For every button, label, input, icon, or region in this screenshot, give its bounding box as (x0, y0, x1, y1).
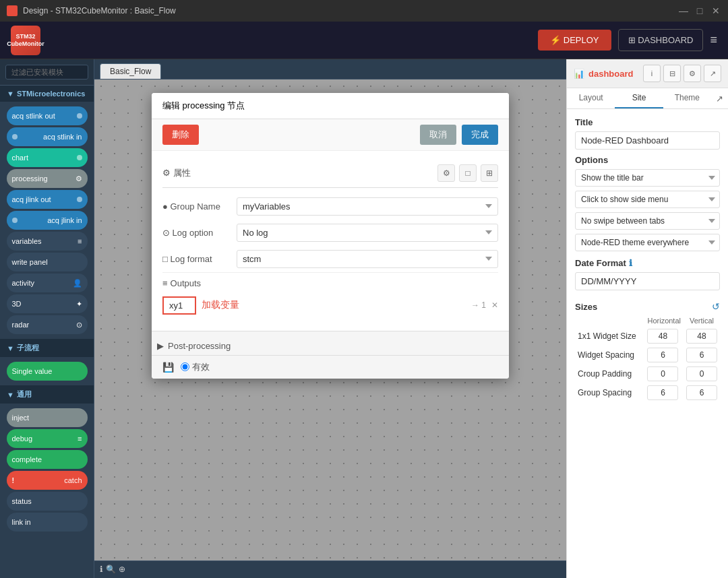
info-icon[interactable]: ℹ (100, 565, 103, 574)
output-remove-btn[interactable]: ✕ (491, 300, 498, 310)
tab-site[interactable]: Site (615, 88, 663, 108)
rp-layout-btn[interactable]: ⊟ (663, 65, 681, 82)
sidebar-section-subflow[interactable]: ▼子流程 (0, 339, 94, 357)
title-bar: Design - STM32CubeMonitor : Basic_Flow —… (0, 0, 728, 22)
search-bottom-icon[interactable]: 🔍 (106, 565, 116, 574)
node-catch[interactable]: ! catch (7, 471, 88, 490)
option3-select[interactable]: No swipe between tabs (575, 212, 720, 230)
col-label (575, 315, 644, 327)
prop-section-icons: ⚙ □ ⊞ (437, 164, 498, 182)
search-input[interactable] (5, 65, 88, 79)
menu-button[interactable]: ≡ (710, 33, 717, 47)
node-single-value[interactable]: Single value (7, 362, 88, 381)
size-h-input-3[interactable] (647, 385, 678, 400)
sidebar-section-stm[interactable]: ▼STMicroelectronics (0, 86, 94, 102)
footer-save-icon: 💾 (162, 362, 174, 373)
node-acq-jlink-out[interactable]: acq jlink out (7, 190, 88, 209)
window-controls[interactable]: — □ ✕ (678, 5, 721, 16)
tab-theme[interactable]: Theme (663, 88, 711, 108)
node-gear-icon: ⚙ (75, 174, 82, 183)
sidebar-section-common[interactable]: ▼通用 (0, 385, 94, 404)
rp-info-btn[interactable]: i (643, 65, 661, 82)
confirm-button[interactable]: 完成 (462, 125, 498, 145)
size-h-input-1[interactable] (647, 348, 678, 362)
log-format-select[interactable]: stcm (237, 250, 498, 268)
node-status[interactable]: status (7, 492, 88, 511)
node-inject[interactable]: inject (7, 408, 88, 427)
delete-button[interactable]: 删除 (162, 125, 199, 145)
option2-row: Click to show side menu (575, 191, 720, 208)
option4-select[interactable]: Node-RED theme everywhere (575, 234, 720, 251)
tab-external-link[interactable]: ↗ (711, 88, 728, 108)
date-format-input[interactable] (575, 272, 720, 290)
node-radar[interactable]: radar ⊙ (7, 315, 88, 334)
rp-external-btn[interactable]: ↗ (704, 65, 721, 82)
node-user-icon: 👤 (73, 279, 82, 288)
node-processing[interactable]: processing ⚙ (7, 169, 88, 188)
sidebar-section-stm-label: STMicroelectronics (17, 90, 85, 98)
flow-tab-basic[interactable]: Basic_Flow (100, 63, 161, 79)
log-option-select[interactable]: No log (237, 224, 498, 242)
node-icon: ! (12, 476, 15, 484)
cancel-button[interactable]: 取消 (420, 125, 456, 145)
prop-doc-icon[interactable]: □ (459, 164, 477, 182)
node-variables[interactable]: variables ≡ (7, 232, 88, 251)
close-btn[interactable]: ✕ (710, 5, 721, 16)
node-3d-icon: ✦ (76, 300, 82, 309)
node-acq-jlink-in[interactable]: acq jlink in (7, 211, 88, 230)
footer-radio[interactable]: 有效 (181, 361, 210, 373)
minimize-btn[interactable]: — (678, 5, 689, 16)
node-label: link in (12, 518, 31, 526)
prop-gear-icon[interactable]: ⚙ (437, 164, 455, 182)
radio-label: 有效 (192, 361, 210, 373)
option4-row: Node-RED theme everywhere (575, 234, 720, 251)
edit-modal: 编辑 processing 节点 删除 取消 完成 (152, 93, 509, 379)
outputs-section: ≡ Outputs xy1 加载变量 → 1 ✕ (162, 272, 498, 323)
right-panel-icons: i ⊟ ⚙ ↗ (643, 65, 721, 82)
size-h-input-2[interactable] (647, 366, 678, 381)
sizes-reset-btn[interactable]: ↺ (712, 301, 720, 312)
rp-settings-btn[interactable]: ⚙ (684, 65, 701, 82)
node-link-in[interactable]: link in (7, 513, 88, 532)
node-complete[interactable]: complete (7, 450, 88, 469)
dashboard-button[interactable]: ⊞ DASHBOARD (618, 29, 704, 51)
post-processing-label: Post-processing (168, 341, 231, 351)
sizes-row-label: 1x1 Widget Size (575, 327, 644, 346)
tab-layout[interactable]: Layout (567, 88, 615, 108)
chevron-right-icon: ▶ (157, 341, 164, 351)
title-input[interactable] (575, 131, 720, 150)
prop-export-icon[interactable]: ⊞ (481, 164, 498, 182)
post-processing-header[interactable]: ▶ Post-processing (152, 337, 509, 355)
sidebar-section-common-label: 通用 (17, 389, 32, 399)
zoom-icon[interactable]: ⊕ (119, 565, 125, 574)
deploy-button[interactable]: ⚡ DEPLOY (538, 30, 611, 51)
node-radar-icon: ⊙ (76, 321, 82, 329)
output-name-box[interactable]: xy1 (162, 296, 196, 315)
dashboard-label: dashboard (588, 69, 633, 79)
maximize-btn[interactable]: □ (694, 5, 705, 16)
right-panel-header: 📊 dashboard i ⊟ ⚙ ↗ (567, 59, 728, 88)
logo-area: STM32CubeMonitor (11, 26, 40, 55)
group-name-select[interactable]: myVariables (237, 197, 498, 216)
node-debug[interactable]: debug ≡ (7, 429, 88, 448)
node-write-panel[interactable]: write panel (7, 253, 88, 271)
modal-footer: 💾 有效 (152, 355, 509, 379)
size-v-input-0[interactable] (686, 329, 717, 344)
size-v-input-2[interactable] (686, 366, 717, 381)
option1-select[interactable]: Show the title bar (575, 169, 720, 187)
option2-select[interactable]: Click to show side menu (575, 191, 720, 208)
log-format-row: □ Log format stcm (162, 246, 498, 272)
size-v-input-3[interactable] (686, 385, 717, 400)
left-sidebar: ▼STMicroelectronics acq stlink out acq s… (0, 59, 94, 578)
option1-row: Show the title bar (575, 169, 720, 187)
node-acq-stlink-in[interactable]: acq stlink in (7, 127, 88, 146)
size-v-input-1[interactable] (686, 348, 717, 362)
node-activity[interactable]: activity 👤 (7, 274, 88, 292)
node-acq-stlink-out[interactable]: acq stlink out (7, 106, 88, 125)
log-option-row: ⊙ Log option No log (162, 220, 498, 246)
canvas: ▶ START Acqu ■ STOP Acqu ≡ myPro... p2p … (94, 79, 566, 560)
size-h-input-0[interactable] (647, 329, 678, 344)
active-radio[interactable] (181, 362, 189, 371)
node-3d[interactable]: 3D ✦ (7, 294, 88, 313)
node-chart[interactable]: chart (7, 148, 88, 167)
